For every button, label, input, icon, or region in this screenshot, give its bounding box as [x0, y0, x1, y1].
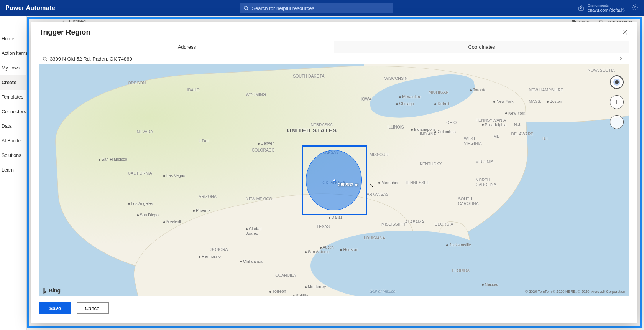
geofence-radius-label: 288983 m [338, 182, 359, 188]
global-search[interactable]: Search for helpful resources [240, 3, 393, 13]
map-gulf [310, 231, 487, 296]
address-input[interactable]: 3309 N Old 52 Rd, Paden, OK 74860 [39, 53, 629, 64]
svg-line-1 [247, 9, 249, 11]
map-copyright: © 2020 TomTom © 2020 HERE, © 2020 Micros… [525, 289, 625, 294]
close-icon [622, 30, 628, 35]
svg-line-7 [46, 59, 47, 61]
map-controls [610, 75, 624, 129]
plus-icon [613, 99, 620, 106]
map-locate-button[interactable] [610, 75, 624, 89]
gear-icon [632, 4, 639, 11]
trigger-region-dialog: Trigger Region Address Coordinates 3309 … [31, 22, 637, 323]
nav-my-flows[interactable]: My flows [0, 61, 26, 75]
bing-logo-text: Bing [49, 287, 61, 294]
address-input-value: 3309 N Old 52 Rd, Paden, OK 74860 [50, 56, 132, 62]
mouse-cursor-icon: ↖ [369, 182, 374, 189]
search-icon [43, 56, 48, 61]
svg-point-6 [43, 57, 46, 60]
global-search-placeholder: Search for helpful resources [252, 5, 314, 11]
bing-icon [43, 288, 48, 294]
brand-label: Power Automate [5, 5, 55, 12]
svg-point-0 [244, 6, 248, 10]
search-icon [243, 5, 249, 11]
settings-button[interactable] [632, 4, 639, 12]
tab-address[interactable]: Address [39, 41, 334, 53]
geofence-center-point[interactable] [333, 179, 336, 182]
dialog-header: Trigger Region [31, 22, 637, 41]
environment-name: enayu.com (default) [588, 8, 625, 12]
save-button[interactable]: Save [39, 302, 71, 314]
nav-connectors[interactable]: Connectors [0, 104, 26, 119]
nav-learn[interactable]: Learn [0, 163, 26, 177]
dialog-title: Trigger Region [39, 28, 90, 36]
nav-data[interactable]: Data [0, 119, 26, 134]
svg-point-3 [634, 7, 636, 8]
address-clear-button[interactable] [619, 56, 626, 62]
environment-icon [578, 5, 585, 12]
nav-solutions[interactable]: Solutions [0, 148, 26, 163]
nav-create[interactable]: Create [0, 75, 26, 90]
nav-ai-builder[interactable]: AI Builder [0, 134, 26, 148]
nav-action-items[interactable]: Action items [0, 46, 26, 61]
environment-heading: Environments [588, 4, 625, 8]
dialog-close-button[interactable] [620, 28, 629, 37]
nav-home[interactable]: Home [0, 31, 26, 46]
tab-coordinates[interactable]: Coordinates [334, 41, 629, 53]
app-bar: Power Automate Search for helpful resour… [0, 0, 644, 16]
left-nav: Home Action items My flows Create Templa… [0, 16, 27, 330]
environment-picker[interactable]: Environments enayu.com (default) [588, 4, 625, 12]
close-icon [619, 56, 624, 61]
map-zoom-in-button[interactable] [610, 95, 624, 109]
minus-icon [613, 119, 620, 125]
trigger-mode-tabs: Address Coordinates [39, 41, 629, 53]
svg-point-2 [580, 8, 582, 9]
dialog-footer: Save Cancel [31, 296, 637, 323]
map-zoom-out-button[interactable] [610, 115, 624, 129]
map-canvas[interactable]: UNITED STATES Gulf of Mexico NOVA SCOTIA… [39, 64, 629, 296]
bing-logo: Bing [43, 287, 61, 294]
nav-templates[interactable]: Templates [0, 90, 26, 104]
cancel-button[interactable]: Cancel [77, 302, 109, 314]
